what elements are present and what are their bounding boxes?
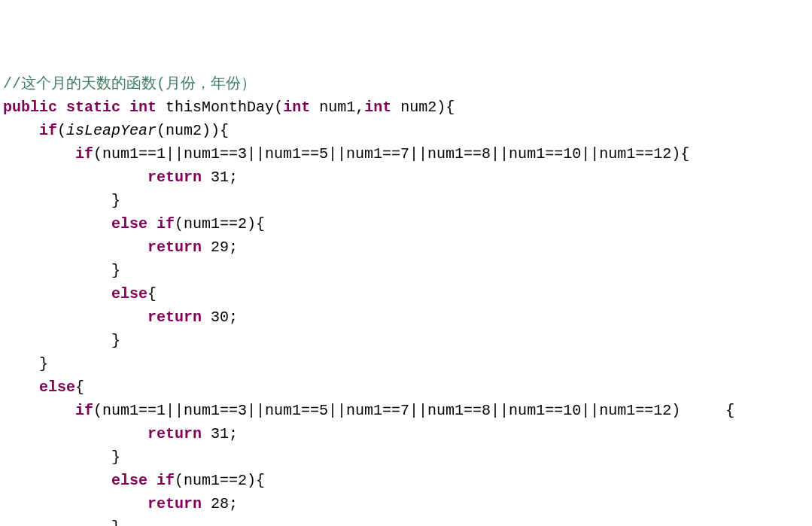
- code-block: //这个月的天数的函数(月份，年份） public static int thi…: [3, 48, 809, 526]
- feb-condition: (num1==2){: [175, 215, 265, 233]
- kw-return: return: [147, 169, 202, 186]
- method-name: thisMonthDay: [166, 99, 274, 116]
- month-condition-1: (num1==1||num1==3||num1==5||num1==7||num…: [93, 145, 689, 163]
- kw-static: static: [66, 99, 120, 116]
- kw-if: if: [39, 122, 57, 139]
- val-28: 28: [211, 495, 229, 512]
- kw-else: else: [111, 215, 147, 233]
- comment-line: //这个月的天数的函数(月份，年份）: [3, 75, 256, 93]
- call-isLeapYear: isLeapYear: [66, 122, 157, 139]
- kw-int: int: [129, 99, 157, 116]
- month-condition-2: (num1==1||num1==3||num1==5||num1==7||num…: [93, 402, 680, 419]
- val-31: 31: [211, 169, 229, 186]
- val-30: 30: [211, 309, 229, 326]
- val-29: 29: [211, 239, 229, 256]
- kw-public: public: [3, 99, 57, 116]
